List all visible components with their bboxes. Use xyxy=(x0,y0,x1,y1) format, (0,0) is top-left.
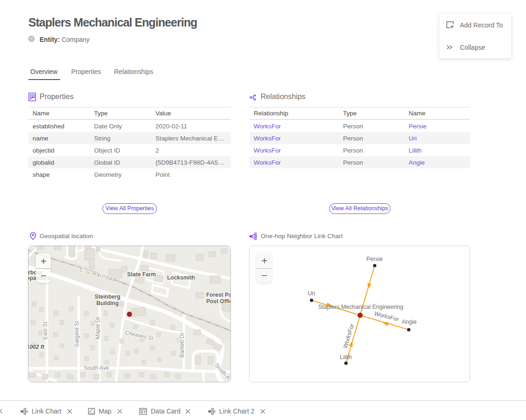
svg-text:Bartlett Dr: Bartlett Dr xyxy=(179,333,185,358)
svg-text:WorksFor: WorksFor xyxy=(342,323,356,349)
svg-text:Sargent St: Sargent St xyxy=(74,320,80,347)
svg-text:Forest Park: Forest Park xyxy=(206,292,230,298)
svg-text:Post Office: Post Office xyxy=(206,298,230,305)
svg-text:Lilith: Lilith xyxy=(340,354,352,360)
svg-text:1002 ft: 1002 ft xyxy=(28,344,45,350)
svg-text:Steinberg: Steinberg xyxy=(94,293,120,300)
svg-text:Building: Building xyxy=(96,300,119,307)
svg-text:Persie: Persie xyxy=(366,256,383,262)
svg-text:State Farm: State Farm xyxy=(127,271,156,278)
svg-text:Locksmith: Locksmith xyxy=(167,274,195,281)
svg-text:Maple Dr: Maple Dr xyxy=(94,317,101,340)
svg-text:South Ave: South Ave xyxy=(84,365,109,371)
svg-text:Uri: Uri xyxy=(308,290,315,297)
svg-text:Staplers Mechanical Engineerin: Staplers Mechanical Engineering xyxy=(318,304,404,310)
svg-text:Angie: Angie xyxy=(402,319,417,325)
svg-text:East St: East St xyxy=(42,321,48,340)
